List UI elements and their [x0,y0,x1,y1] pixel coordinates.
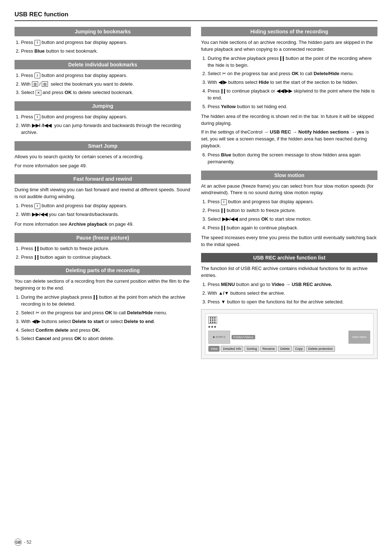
section-header-pause: Pause (freeze picture) [15,233,191,242]
archive-btn-delete[interactable]: Delete [278,346,292,352]
info-button-icon: i [34,40,40,46]
list-item: Press i button and progress bar display … [208,199,377,205]
list-item: Press Blue button to next bookmark. [21,48,191,55]
section-jumping: Jumping Press i button and progress bar … [15,101,191,136]
gb-badge: GB [15,539,22,546]
section-smart-jump: Smart Jump Allows you to search quickly … [15,141,191,169]
list-item: Press button to switch to freeze picture… [208,207,377,214]
list-item: Press button again to continue playback. [21,254,191,261]
pause-icon [221,89,225,94]
archive-btn-delete-protection[interactable]: Delete protection [306,346,335,352]
section-header-fast-forward: Fast forward and rewind [15,174,191,184]
slow-motion-footnote: The speed increases every time you press… [201,234,377,248]
section-slow-motion: Slow motion At an active pause (freeze f… [201,171,377,248]
section-header-hiding-sections: Hiding sections of the recording [201,27,377,36]
section-header-slow-motion: Slow motion [201,171,377,180]
archive-btn-view[interactable]: View [208,346,220,352]
page-title: USB REC function [15,11,377,21]
archive-btn-copy[interactable]: Copy [293,346,305,352]
list-item: With ▶▶I /I◀◀ you can jump forwards and … [21,122,191,136]
archive-btn-detailed[interactable]: Detailed info [221,346,243,352]
smart-jump-para-2: For more information see page 49. [15,163,191,169]
right-column: Hiding sections of the recording You can… [201,27,377,359]
scissors-icon: ✂ [36,310,40,315]
archive-btn-sorting[interactable]: Sorting [244,346,259,352]
pause-icon [94,295,97,300]
list-item: During the archive playback press button… [21,294,191,308]
list-item: Press Yellow button to set hiding end. [208,103,377,110]
list-item: Press Blue button during the screen mess… [208,152,377,165]
section-header-archive-function-list: USB REC archive function list [201,253,377,262]
list-item: Press i button and progress bar display … [21,203,191,209]
page-num-text: - 52 [24,540,32,545]
archive-dots [208,326,217,328]
pause-icon [221,208,225,213]
delete-icon: ✕ [36,90,41,95]
hiding-sections-intro: You can hide sections of an archive reco… [201,39,377,53]
list-item: Select ✂ on the progress bar and press O… [21,310,191,316]
section-header-smart-jump: Smart Jump [15,141,191,151]
section-header-deleting-parts: Deleting parts of the recording [15,266,191,275]
smart-jump-para-1: Allows you to search quickly for certain… [15,154,191,160]
archive-intro: The function list of USB REC archive con… [201,265,377,279]
list-item: With ◀/▶ buttons select Delete to start … [21,318,191,325]
archive-thumbnail-2: Video:Titanic [348,331,370,344]
pause-icon [280,56,284,61]
grid-icon [208,316,217,324]
list-item: With ▲/▼ buttons select the archive. [208,290,377,297]
fast-forward-intro: During time shift viewing you can fast f… [15,187,191,200]
bookmark-icon-2: ▤ [42,81,48,87]
info-button-icon: i [34,73,40,78]
archive-top-icons [208,316,370,328]
left-column: Jumping to bookmarks Press i button and … [15,27,191,359]
section-archive-function-list: USB REC archive function list The functi… [201,253,377,359]
section-delete-bookmarks: Delete individual bookmarks Press i butt… [15,60,191,97]
list-item: Press i button and progress bar display … [21,72,191,79]
pause-icon [35,255,38,260]
page-number: GB - 52 [15,539,32,546]
section-hiding-sections: Hiding sections of the recording You can… [201,27,377,165]
list-item: Select Confirm delete and press OK. [21,327,191,334]
list-item: Select ▶▶/◀◀ and press OK to start slow … [208,216,377,223]
folder-badge: Folder/Videos [232,335,255,339]
list-item: Press ▼ button to open the functions lis… [208,299,377,306]
info-button-icon: i [221,199,227,205]
archive-ui-mockup: ▶ DVR+2 Folder/Videos Video:Titanic View… [201,309,377,359]
archive-folder-label: Folder/Videos [232,335,347,339]
list-item: Press to continue playback or ◀◀/▶▶ skip… [208,88,377,102]
fast-forward-footnote: For more information see Archive playbac… [15,221,191,228]
pause-icon [221,226,225,230]
deleting-parts-intro: You can delete sections of a recording f… [15,278,191,292]
info-button-icon: i [34,114,40,120]
list-item: Press i button and progress bar display … [21,114,191,120]
list-item: Press button to switch to freeze picture… [21,245,191,252]
list-item: With ▶▶/◀◀ you can fast forwards/backwar… [21,211,191,218]
hiding-para-2: If in the settings of theControl → USB R… [201,129,377,150]
archive-grid-icon [208,316,217,328]
hiding-para-1: The hidden area of the recording is show… [201,113,377,127]
slow-motion-intro: At an active pause (freeze frame) you ca… [201,183,377,197]
list-item: Select Cancel and press OK to abort dele… [21,335,191,342]
section-header-delete-bookmarks: Delete individual bookmarks [15,60,191,69]
section-pause: Pause (freeze picture) Press button to s… [15,233,191,261]
bookmark-icon-1: ▥ [32,81,38,87]
list-item: With ▥ / ▤ select the bookmark you want … [21,81,191,88]
section-fast-forward: Fast forward and rewind During time shif… [15,174,191,228]
list-item: During the archive playback press button… [208,55,377,69]
list-item: Select ✕ and press OK to delete selected… [21,89,191,96]
scissors-icon: ✂ [222,71,226,77]
list-item: Press MENU button and go to Video → USB … [208,281,377,288]
section-header-jumping-to-bookmarks: Jumping to bookmarks [15,27,191,36]
archive-file-row: ▶ DVR+2 Folder/Videos Video:Titanic [208,331,370,344]
list-item: Press button again to continue playback. [208,225,377,232]
info-button-icon: i [34,203,40,209]
archive-button-row: View Detailed info Sorting Rename Delete… [208,346,370,352]
section-deleting-parts: Deleting parts of the recording You can … [15,266,191,342]
list-item: With ◀/▶ buttons select Hide to set the … [208,79,377,86]
pause-icon [35,246,38,251]
archive-thumbnail-1: ▶ DVR+2 [208,331,230,344]
section-header-jumping: Jumping [15,101,191,111]
list-item: Select ✂ on the progress bar and press O… [208,70,377,77]
section-jumping-to-bookmarks: Jumping to bookmarks Press i button and … [15,27,191,55]
archive-btn-rename[interactable]: Rename [260,346,277,352]
